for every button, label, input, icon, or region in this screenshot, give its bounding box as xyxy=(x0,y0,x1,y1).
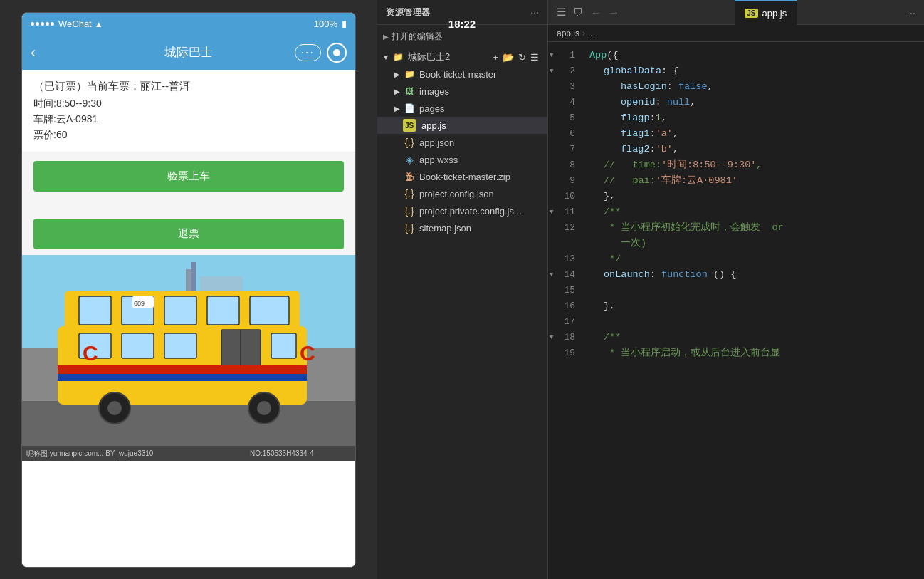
file-explorer: 资源管理器 ··· ▶ 打开的编辑器 ▼ 📁 城际巴士2 + 📂 ↻ ☰ ▶ xyxy=(377,0,548,579)
project-private-config-file[interactable]: ▶ {.} project.private.config.js... xyxy=(377,202,547,219)
phone-nav-bar: ‹ 城际巴士 ··· xyxy=(22,36,355,70)
forward-arrow-icon[interactable]: → xyxy=(609,6,619,19)
code-line-7: flag2:'b', xyxy=(584,142,924,157)
svg-rect-17 xyxy=(164,333,196,358)
editor-menu-dots[interactable]: ··· xyxy=(906,6,915,19)
line-num-7: 7 xyxy=(548,142,584,157)
sitemap-file[interactable]: ▶ {.} sitemap.json xyxy=(377,219,547,236)
zip-file[interactable]: ▶ 🗜 Book-ticket-master.zip xyxy=(377,168,547,185)
book-ticket-master-folder[interactable]: ▶ 📁 Book-ticket-master xyxy=(377,66,547,83)
line-num-5: 5 xyxy=(548,110,584,126)
root-expand-arrow: ▼ xyxy=(380,53,392,61)
svg-text:NO:150535H4334-4: NO:150535H4334-4 xyxy=(250,449,314,457)
breadcrumb-sep: › xyxy=(582,28,585,38)
svg-rect-19 xyxy=(58,365,307,374)
line-numbers: ▼ 1 ▼ 2 3 4 5 6 7 8 9 10 ▼ 11 12 13 ▼ xyxy=(548,42,584,579)
svg-point-24 xyxy=(257,401,271,415)
new-folder-icon[interactable]: 📂 xyxy=(503,52,514,63)
status-right: 100% ▮ xyxy=(314,19,347,29)
new-file-icon[interactable]: + xyxy=(493,52,498,63)
pages-label: pages xyxy=(419,103,444,114)
line-num-4: 4 xyxy=(548,95,584,110)
breadcrumb-bar: app.js › ... xyxy=(548,25,924,42)
ppconfig-label: project.private.config.js... xyxy=(419,206,522,217)
refund-button[interactable]: 退票 xyxy=(33,219,344,249)
appjs-icon: JS xyxy=(403,119,416,132)
app-json-file[interactable]: ▶ {.} app.json xyxy=(377,134,547,151)
collapse-all-icon[interactable]: ☰ xyxy=(530,52,539,63)
pconfig-label: project.config.json xyxy=(419,189,494,199)
line-num-8: 8 xyxy=(548,157,584,173)
pages-folder[interactable]: ▶ 📄 pages xyxy=(377,100,547,117)
line-num-2: ▼ 2 xyxy=(548,63,584,79)
line-num-9: 9 xyxy=(548,173,584,189)
line-num-16: 16 xyxy=(548,298,584,314)
code-content[interactable]: App({ globalData: { hasLogin: false, ope… xyxy=(584,42,924,579)
code-line-18: /** xyxy=(584,330,924,345)
nav-circle-button[interactable] xyxy=(327,43,347,63)
ticket-title: （已订票）当前车票：丽江--普洱 xyxy=(33,80,344,93)
line-num-11: ▼ 11 xyxy=(548,204,584,220)
project-config-file[interactable]: ▶ {.} project.config.json xyxy=(377,185,547,202)
project-root-folder[interactable]: ▼ 📁 城际巴士2 + 📂 ↻ ☰ xyxy=(377,48,547,66)
app-wxss-file[interactable]: ▶ ◈ app.wxss xyxy=(377,151,547,168)
code-line-4: openid: null, xyxy=(584,95,924,110)
explorer-menu-dots[interactable]: ··· xyxy=(530,6,539,18)
hamburger-icon[interactable]: ☰ xyxy=(557,6,566,19)
phone-content: （已订票）当前车票：丽江--普洱 时间:8:50--9:30 车牌:云A·098… xyxy=(22,70,355,567)
board-button[interactable]: 验票上车 xyxy=(33,161,344,192)
phone-frame: WeChat ▲ 18:22 100% ▮ ‹ 城际巴士 ··· xyxy=(21,12,356,568)
code-line-8: // time:'时间:8:50--9:30', xyxy=(584,157,924,173)
svg-rect-14 xyxy=(122,333,154,358)
refresh-icon[interactable]: ↻ xyxy=(518,52,526,63)
nav-right-buttons: ··· xyxy=(295,43,347,63)
nav-dots-button[interactable]: ··· xyxy=(295,44,321,61)
sitemap-icon: {.} xyxy=(403,221,416,234)
collapse-11[interactable]: ▼ xyxy=(550,204,553,220)
tab-filename[interactable]: app.js xyxy=(762,8,787,19)
svg-point-22 xyxy=(107,401,122,415)
svg-rect-11 xyxy=(207,296,239,325)
bottom-area xyxy=(22,461,355,567)
collapse-14[interactable]: ▼ xyxy=(550,267,553,283)
line-num-15: 15 xyxy=(548,283,584,298)
bookmark-icon[interactable]: ⛉ xyxy=(573,6,584,19)
line-num-14: ▼ 14 xyxy=(548,267,584,283)
back-arrow-icon[interactable]: ← xyxy=(591,6,602,19)
nav-circle-inner xyxy=(333,49,340,56)
appjs-label: app.js xyxy=(421,120,446,131)
collapse-2[interactable]: ▼ xyxy=(550,63,553,79)
app-js-file[interactable]: ▶ JS app.js xyxy=(377,117,547,134)
open-editors-header[interactable]: ▶ 打开的编辑器 xyxy=(377,28,547,46)
code-line-1: App({ xyxy=(584,48,924,63)
battery-percent: 100% xyxy=(314,19,337,29)
svg-text:C: C xyxy=(83,341,98,365)
code-line-9: // pai:'车牌:云A·0981' xyxy=(584,173,924,189)
collapse-1[interactable]: ▼ xyxy=(550,48,553,63)
code-line-2: globalData: { xyxy=(584,63,924,79)
btm-folder-icon: 📁 xyxy=(403,68,416,80)
line-num-10: 10 xyxy=(548,189,584,204)
line-num-12b xyxy=(548,236,584,251)
collapse-18[interactable]: ▼ xyxy=(550,330,553,345)
pconfig-icon: {.} xyxy=(403,187,416,200)
status-left: WeChat ▲ xyxy=(31,19,103,29)
line-num-18: ▼ 18 xyxy=(548,330,584,345)
nav-title: 城际巴士 xyxy=(164,44,213,61)
btm-arrow: ▶ xyxy=(392,71,403,78)
zip-label: Book-ticket-master.zip xyxy=(419,172,510,182)
code-line-10: }, xyxy=(584,189,924,204)
phone-container: WeChat ▲ 18:22 100% ▮ ‹ 城际巴士 ··· xyxy=(0,0,377,579)
breadcrumb-filename: app.js xyxy=(557,28,579,38)
code-area: ▼ 1 ▼ 2 3 4 5 6 7 8 9 10 ▼ 11 12 13 ▼ xyxy=(548,42,924,579)
appwxss-icon: ◈ xyxy=(403,153,416,166)
svg-rect-10 xyxy=(164,296,196,325)
code-line-3: hasLogin: false, xyxy=(584,79,924,95)
pages-folder-icon: 📄 xyxy=(403,102,416,115)
images-folder[interactable]: ▶ 🖼 images xyxy=(377,83,547,100)
code-line-17 xyxy=(584,314,924,330)
explorer-header-icons: ··· xyxy=(530,6,539,18)
nav-back-button[interactable]: ‹ xyxy=(31,43,36,62)
svg-rect-18 xyxy=(271,333,296,358)
breadcrumb-dots: ... xyxy=(588,28,595,38)
